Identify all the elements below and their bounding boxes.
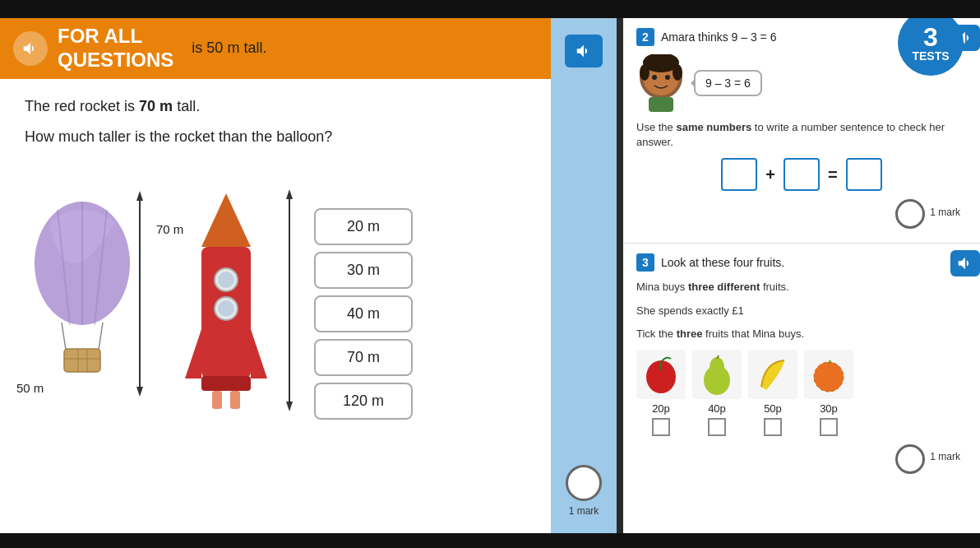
q3-fruits: 20p 40p bbox=[636, 350, 967, 436]
fruit-item-apple: 20p bbox=[636, 350, 686, 436]
speaker-icon-q3 bbox=[956, 254, 974, 272]
balloon-svg bbox=[25, 173, 140, 411]
fruit-checkbox-orange[interactable] bbox=[820, 418, 838, 436]
fruit-checkbox-apple[interactable] bbox=[652, 418, 670, 436]
speech-bubble: 9 – 3 = 6 bbox=[694, 70, 762, 96]
svg-marker-14 bbox=[201, 193, 251, 247]
q2-header-text: Amara thinks 9 – 3 = 6 bbox=[661, 30, 776, 44]
left-content-area: The red rocket is 70 m tall. How much ta… bbox=[0, 79, 617, 533]
fruit-img-apple bbox=[636, 350, 686, 399]
fruit-img-orange bbox=[804, 350, 853, 399]
orange-header: FOR ALL QUESTIONS is 50 m tall. bbox=[0, 18, 617, 79]
num-box-2[interactable] bbox=[784, 158, 820, 191]
num-box-1[interactable] bbox=[721, 158, 757, 191]
svg-point-33 bbox=[665, 75, 670, 80]
question-intro: is 50 m tall. bbox=[192, 39, 266, 57]
banana-svg bbox=[755, 354, 791, 395]
speaker-button-q3[interactable] bbox=[950, 250, 980, 276]
right-panel: 2 Amara thinks 9 – 3 = 6 bbox=[623, 18, 980, 533]
fruit-img-pear bbox=[692, 350, 742, 399]
svg-marker-25 bbox=[286, 189, 293, 199]
mark-label-q3: 1 mark bbox=[930, 451, 960, 462]
q3-number: 3 bbox=[636, 253, 654, 272]
svg-marker-20 bbox=[251, 329, 267, 378]
fruit-item-banana: 50p bbox=[748, 350, 797, 436]
q3-line1: Mina buys three different fruits. bbox=[636, 280, 967, 295]
fruit-item-orange: 30p bbox=[804, 350, 853, 436]
speaker-icon bbox=[21, 39, 39, 58]
answer-20m[interactable]: 20 m bbox=[314, 208, 413, 245]
orange-header-title: FOR ALL QUESTIONS bbox=[58, 25, 173, 72]
svg-point-16 bbox=[218, 272, 234, 288]
svg-rect-34 bbox=[649, 97, 673, 112]
fruit-price-apple: 20p bbox=[652, 402, 670, 415]
rocket-container: 70 m bbox=[181, 181, 280, 420]
number-sentence-row: + = bbox=[636, 158, 967, 191]
answer-40m[interactable]: 40 m bbox=[314, 295, 413, 332]
header-line1: FOR ALL bbox=[58, 25, 173, 49]
answer-70m[interactable]: 70 m bbox=[314, 339, 413, 376]
eq-operator: = bbox=[828, 165, 838, 184]
fruit-price-banana: 50p bbox=[764, 402, 782, 415]
fruit-img-banana bbox=[748, 350, 797, 399]
mark-label-q2: 1 mark bbox=[930, 207, 960, 218]
q3-line3: Tick the three fruits that Mina buys. bbox=[636, 327, 967, 341]
q3-line2: She spends exactly £1 bbox=[636, 304, 967, 318]
svg-point-18 bbox=[218, 300, 234, 317]
orange-svg bbox=[811, 354, 847, 395]
rocket-arrow-svg bbox=[281, 189, 298, 411]
q3-header-text: Look at these four fruits. bbox=[661, 256, 784, 269]
q3-mark-row: 1 mark bbox=[636, 444, 967, 478]
fruit-checkbox-pear[interactable] bbox=[708, 418, 726, 436]
pear-svg bbox=[699, 354, 735, 395]
svg-marker-26 bbox=[286, 402, 293, 411]
mark-circle-q2[interactable] bbox=[895, 199, 925, 229]
fruit-price-orange: 30p bbox=[820, 402, 838, 415]
mark-circle-q3[interactable] bbox=[895, 444, 925, 474]
main-area: 3 TESTS FOR ALL QUESTIONS is 50 m tall. … bbox=[0, 18, 980, 533]
svg-rect-22 bbox=[212, 391, 222, 409]
header-line2: QUESTIONS bbox=[58, 49, 173, 72]
answer-120m[interactable]: 120 m bbox=[314, 383, 413, 420]
svg-rect-23 bbox=[230, 391, 240, 409]
answer-30m[interactable]: 30 m bbox=[314, 252, 413, 289]
svg-marker-19 bbox=[185, 329, 201, 378]
visual-area: 50 m bbox=[25, 156, 592, 420]
svg-rect-6 bbox=[64, 349, 100, 372]
svg-rect-21 bbox=[201, 376, 251, 391]
q2-number: 2 bbox=[636, 28, 654, 46]
blue-side-strip: 1 mark bbox=[551, 79, 617, 533]
q1-line2: How much taller is the rocket than the b… bbox=[25, 126, 592, 148]
top-bar bbox=[0, 0, 980, 18]
question-content: The red rocket is 70 m tall. How much ta… bbox=[0, 79, 617, 533]
svg-point-31 bbox=[673, 64, 682, 81]
fruit-price-pear: 40p bbox=[708, 402, 726, 415]
svg-point-30 bbox=[640, 64, 649, 81]
q2-mark-row: 1 mark bbox=[636, 199, 967, 233]
q2-instruction: Use the same numbers to write a number s… bbox=[636, 120, 967, 150]
tests-label: TESTS bbox=[912, 50, 949, 62]
fruit-checkbox-banana[interactable] bbox=[764, 418, 782, 436]
apple-svg bbox=[643, 354, 679, 395]
bubble-text: 9 – 3 = 6 bbox=[705, 77, 751, 90]
svg-line-5 bbox=[99, 323, 103, 350]
left-panel: FOR ALL QUESTIONS is 50 m tall. The red … bbox=[0, 18, 617, 533]
num-box-3[interactable] bbox=[846, 158, 882, 191]
speaker-icon-orange[interactable] bbox=[13, 31, 48, 66]
q3-section: 3 Look at these four fruits. Mina buys t… bbox=[623, 244, 980, 533]
svg-point-38 bbox=[710, 357, 724, 377]
answer-options: 20 m 30 m 40 m 70 m 120 m bbox=[314, 208, 413, 420]
plus-operator: + bbox=[765, 165, 775, 184]
rocket-svg bbox=[181, 181, 271, 420]
svg-point-32 bbox=[652, 75, 657, 80]
tests-number: 3 bbox=[923, 24, 938, 50]
balloon-container: 50 m bbox=[25, 173, 156, 420]
rocket-height-label: 70 m bbox=[156, 222, 183, 236]
mark-circle-left[interactable] bbox=[566, 465, 602, 501]
balloon-height-label: 50 m bbox=[16, 381, 44, 395]
bottom-bar bbox=[0, 533, 980, 548]
svg-line-4 bbox=[62, 323, 66, 350]
fruit-item-pear: 40p bbox=[692, 350, 742, 436]
character-svg bbox=[636, 54, 686, 112]
q1-line1: The red rocket is 70 m tall. bbox=[25, 95, 592, 118]
